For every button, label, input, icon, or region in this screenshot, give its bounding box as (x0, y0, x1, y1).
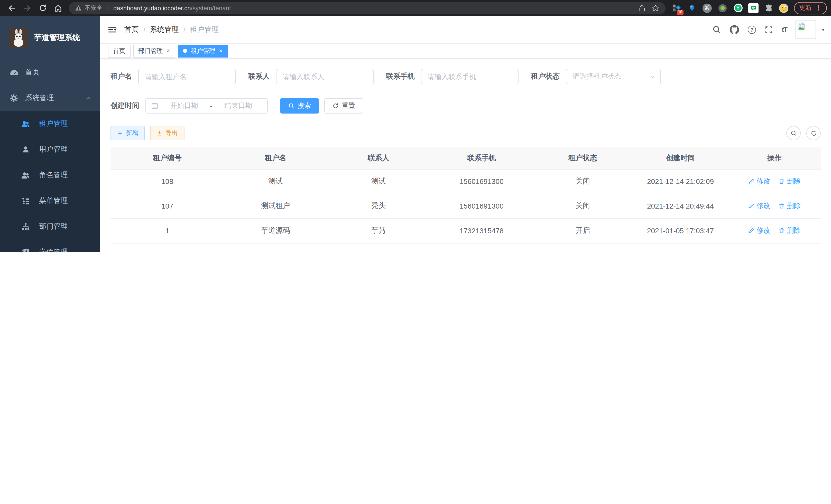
calendar-icon (151, 102, 158, 110)
table-row: 107 测试租户 秃头 15601691300 关闭 2021-12-14 20… (111, 194, 821, 218)
chevron-down-icon (650, 74, 655, 79)
search-icon[interactable] (712, 25, 721, 34)
reload-icon[interactable] (36, 2, 49, 14)
edit-link[interactable]: 修改 (748, 201, 770, 211)
col-actions: 操作 (728, 147, 821, 169)
back-icon[interactable] (6, 2, 18, 14)
refresh-button[interactable] (806, 126, 821, 140)
extension-pin-icon[interactable] (687, 3, 697, 13)
edit-link[interactable]: 修改 (748, 177, 770, 186)
start-date-placeholder: 开始日期 (160, 101, 208, 111)
security-warning-icon[interactable] (75, 5, 82, 11)
dashboard-icon (8, 68, 20, 77)
search-button[interactable]: 搜索 (280, 98, 319, 114)
sidebar-item-dept[interactable]: 部门管理 (0, 214, 100, 239)
address-bar[interactable]: 不安全 dashboard.yudao.iocoder.cn/system/te… (69, 2, 665, 14)
mobile-label: 联系手机 (386, 72, 415, 81)
create-time-label: 创建时间 (111, 101, 139, 111)
cell-created: 2021-12-14 21:02:09 (632, 169, 728, 194)
plus-icon (117, 130, 123, 136)
sidebar-item-tenant[interactable]: 租户管理 (0, 111, 100, 137)
url-text[interactable]: dashboard.yudao.iocoder.cn/system/tenant (113, 4, 632, 11)
sidebar-item-label: 岗位管理 (39, 248, 68, 252)
app-logo-row[interactable]: 芋道管理系统 (0, 16, 100, 60)
contact-label: 联系人 (248, 72, 270, 81)
cell-id: 108 (111, 169, 224, 194)
cell-created: 2021-12-14 20:49:44 (632, 194, 728, 218)
org-chart-icon (21, 223, 30, 231)
extension-record-icon[interactable] (717, 3, 728, 13)
browser-toolbar: 不安全 dashboard.yudao.iocoder.cn/system/te… (0, 0, 831, 16)
bookmark-star-icon[interactable] (652, 4, 659, 12)
col-status: 租户状态 (533, 147, 632, 169)
end-date-placeholder: 结束日期 (214, 101, 262, 111)
breadcrumb-separator: / (183, 25, 185, 34)
extension-y-icon[interactable]: Y (733, 3, 743, 13)
breadcrumb-current: 租户管理 (190, 25, 219, 34)
sidebar-item-menu[interactable]: 菜单管理 (0, 188, 100, 214)
extension-grid-icon[interactable]: 10 (671, 3, 682, 13)
cell-id: 107 (111, 194, 224, 218)
breadcrumb-home[interactable]: 首页 (124, 25, 139, 34)
system-submenu: 租户管理 用户管理 角色管理 (0, 111, 100, 252)
delete-link[interactable]: 删除 (779, 201, 801, 211)
extension-puzzle-icon[interactable] (764, 3, 774, 13)
avatar-caret-icon[interactable]: ▾ (822, 27, 824, 32)
sidebar-item-home[interactable]: 首页 (0, 60, 100, 85)
extension-chat-icon[interactable] (748, 3, 758, 13)
reset-button[interactable]: 重置 (324, 98, 363, 114)
sidebar-item-role[interactable]: 角色管理 (0, 162, 100, 188)
col-contact: 联系人 (327, 147, 430, 169)
sidebar-toggle-icon[interactable] (100, 26, 124, 33)
cell-name: 芋道源码 (224, 218, 327, 243)
extensions-area: 10 ⌘ Y (668, 3, 791, 13)
col-tenant-name: 租户名 (224, 147, 327, 169)
status-select[interactable]: 请选择租户状态 (566, 69, 661, 84)
cell-mobile: 15601691300 (430, 169, 533, 194)
edit-link[interactable]: 修改 (748, 226, 770, 235)
sidebar-item-system[interactable]: 系统管理 (0, 85, 100, 111)
tag-dept[interactable]: 部门管理 × (133, 45, 175, 57)
download-icon (157, 130, 163, 136)
cell-actions: 修改删除 (728, 218, 821, 243)
show-search-button[interactable] (786, 126, 801, 140)
delete-link[interactable]: 删除 (779, 226, 801, 235)
extension-badge: 10 (677, 9, 684, 14)
close-icon[interactable]: × (167, 48, 170, 54)
add-button[interactable]: 新增 (111, 126, 145, 140)
date-range-picker[interactable]: 开始日期 - 结束日期 (145, 98, 268, 114)
sidebar-item-label: 首页 (25, 68, 39, 77)
delete-link[interactable]: 删除 (779, 177, 801, 186)
home-icon[interactable] (52, 2, 64, 14)
help-icon[interactable]: ? (748, 25, 756, 34)
chrome-menu-icon[interactable]: ⋮ (815, 4, 822, 12)
font-size-icon[interactable]: tT (782, 26, 787, 33)
status-label: 租户状态 (531, 72, 560, 81)
navbar: 首页 / 系统管理 / 租户管理 ? (100, 16, 831, 44)
breadcrumb-system[interactable]: 系统管理 (150, 25, 179, 34)
fullscreen-icon[interactable] (765, 25, 773, 34)
chrome-update-button[interactable]: 更新 ⋮ (794, 2, 827, 14)
tag-home[interactable]: 首页 (108, 45, 131, 57)
sidebar-item-post[interactable]: 岗位管理 (0, 239, 100, 252)
avatar[interactable] (796, 20, 816, 39)
close-icon[interactable]: × (219, 48, 223, 54)
sidebar: 芋道管理系统 首页 系统管理 (0, 16, 100, 252)
share-icon[interactable] (638, 4, 646, 11)
extension-emoji-icon[interactable] (779, 3, 789, 12)
contact-input[interactable] (276, 69, 374, 84)
sidebar-item-label: 用户管理 (39, 145, 68, 154)
extension-command-icon[interactable]: ⌘ (702, 3, 712, 13)
export-button[interactable]: 导出 (150, 126, 184, 140)
security-label[interactable]: 不安全 (85, 4, 103, 12)
tag-tenant[interactable]: 租户管理 × (178, 45, 228, 57)
sidebar-item-label: 租户管理 (39, 119, 68, 128)
mobile-input[interactable] (421, 69, 519, 84)
tenant-name-input[interactable] (138, 69, 236, 84)
github-icon[interactable] (730, 25, 739, 34)
cell-name: 测试租户 (224, 194, 327, 218)
forward-icon[interactable] (21, 2, 33, 14)
sidebar-item-user[interactable]: 用户管理 (0, 137, 100, 162)
cell-status: 开启 (533, 218, 632, 243)
table-row: 1 芋道源码 芋艿 17321315478 开启 2021-01-05 17:0… (111, 218, 821, 243)
